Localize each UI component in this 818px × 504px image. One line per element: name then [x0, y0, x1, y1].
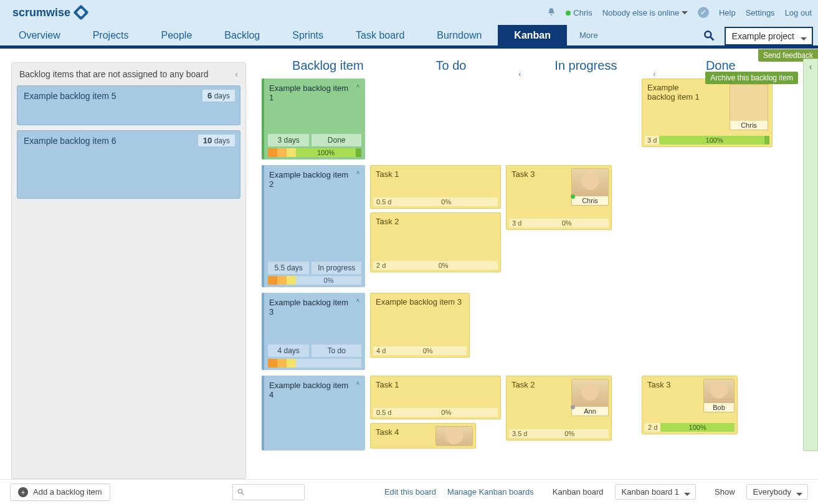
- collapse-row-icon[interactable]: ＾: [354, 169, 361, 178]
- expand-archive-panel[interactable]: ‹: [803, 59, 818, 451]
- assignee-avatar[interactable]: [435, 426, 473, 446]
- collapse-sidebar-icon[interactable]: ‹: [235, 69, 238, 79]
- unassigned-item[interactable]: Example backlog item 5 6 days: [17, 85, 240, 125]
- filter-search-input[interactable]: [232, 484, 305, 500]
- chevron-down-icon: [682, 11, 688, 17]
- current-user[interactable]: Chris: [566, 8, 592, 17]
- duration-badge: 2 d: [373, 261, 389, 270]
- tab-taskboard[interactable]: Task board: [340, 25, 421, 45]
- assignee-name: Chris: [572, 196, 608, 205]
- tab-burndown[interactable]: Burndown: [421, 25, 498, 45]
- sync-status-icon[interactable]: ✓: [698, 7, 709, 18]
- task-card[interactable]: Task 3 Chris 3 d0%: [506, 165, 612, 230]
- tab-sprints[interactable]: Sprints: [276, 25, 340, 45]
- presence-dot-icon: [571, 405, 575, 409]
- collapse-row-icon[interactable]: ＾: [354, 379, 361, 389]
- task-card[interactable]: Task 3 Bob 2 d 100%: [642, 376, 738, 434]
- done-item-title: Example backlog item 1: [647, 83, 701, 102]
- duration-badge: 3.5 d: [509, 429, 530, 438]
- task-title: Example backlog item 3: [376, 297, 464, 307]
- unassigned-item[interactable]: Example backlog item 6 10 days: [17, 130, 240, 199]
- show-filter-label: Show: [715, 487, 735, 497]
- column-header-todo[interactable]: To do‹: [384, 59, 518, 73]
- topbar-right: Chris Nobody else is online ✓ Help Setti…: [547, 7, 812, 18]
- tab-backlog[interactable]: Backlog: [208, 25, 276, 45]
- presence-dot-icon: [571, 194, 575, 199]
- backlog-item-title: Example backlog item 3: [269, 298, 360, 316]
- done-item-card[interactable]: Archive this backlog item Example backlo…: [642, 78, 773, 147]
- task-card[interactable]: Task 2 Ann 3.5 d0%: [506, 376, 612, 440]
- progress-bar: 0%: [268, 276, 361, 285]
- status-chip: To do: [312, 345, 361, 357]
- progress-bar: 100%: [659, 136, 769, 145]
- board-selector[interactable]: Kanban board 1: [615, 484, 697, 500]
- assignee-name: Chris: [730, 121, 768, 130]
- column-header-backlog: Backlog item: [272, 59, 384, 73]
- project-selector[interactable]: Example project: [725, 27, 813, 45]
- assignee-avatar[interactable]: Ann: [571, 379, 609, 416]
- backlog-item-card[interactable]: Example backlog item 4 ＾: [262, 376, 365, 450]
- progress-bar: [268, 359, 361, 368]
- progress-text: 0%: [389, 261, 498, 270]
- svg-point-2: [238, 489, 242, 493]
- duration-badge: 3 d: [645, 136, 659, 145]
- presence-dot-icon: [566, 11, 571, 16]
- task-card[interactable]: Task 1 0.5 d0%: [370, 165, 501, 209]
- kanban-board: Backlog item To do‹ In progress‹ Done‹ E…: [259, 51, 801, 479]
- status-chip: In progress: [312, 262, 361, 274]
- column-header-inprogress[interactable]: In progress‹: [518, 59, 653, 73]
- backlog-item-card[interactable]: Example backlog item 2 ＾ 5.5 days In pro…: [262, 165, 365, 287]
- brand-text: scrumwise: [12, 6, 70, 19]
- assignee-avatar[interactable]: Chris: [730, 84, 768, 130]
- task-card[interactable]: Example backlog item 3 4 d0%: [370, 293, 470, 358]
- notifications-icon[interactable]: [547, 7, 556, 18]
- archive-tooltip: Archive this backlog item: [705, 72, 798, 84]
- topbar: scrumwise Chris Nobody else is online ✓ …: [0, 0, 818, 25]
- unassigned-panel-title: Backlog items that are not assigned to a…: [19, 69, 209, 79]
- assignee-avatar[interactable]: Chris: [571, 168, 609, 206]
- task-card[interactable]: Task 4: [370, 423, 476, 449]
- duration-badge: 3 d: [509, 219, 525, 227]
- estimate-chip: 4 days: [268, 345, 309, 357]
- task-card[interactable]: Task 1 0.5 d0%: [370, 376, 501, 419]
- task-card[interactable]: Task 2 2 d0%: [370, 212, 501, 272]
- help-link[interactable]: Help: [719, 8, 736, 17]
- bottom-toolbar: ＋ Add a backlog item Edit this board Man…: [0, 479, 818, 504]
- main-nav: Overview Projects People Backlog Sprints…: [0, 25, 818, 49]
- progress-text: 0%: [394, 197, 498, 206]
- add-backlog-item-button[interactable]: ＋ Add a backlog item: [10, 483, 110, 501]
- logout-link[interactable]: Log out: [785, 8, 812, 17]
- chevron-down-icon: [801, 37, 807, 44]
- manage-boards-link[interactable]: Manage Kanban boards: [447, 487, 534, 497]
- online-status-dropdown[interactable]: Nobody else is online: [602, 8, 688, 17]
- edit-board-link[interactable]: Edit this board: [384, 487, 436, 497]
- collapse-row-icon[interactable]: ＾: [354, 297, 361, 306]
- backlog-item-card[interactable]: Example backlog item 3 ＾ 4 days To do: [262, 293, 365, 370]
- backlog-item-title: Example backlog item 1: [269, 83, 360, 102]
- svg-line-3: [242, 493, 244, 495]
- assignee-avatar[interactable]: Bob: [703, 379, 735, 412]
- show-filter-selector[interactable]: Everybody: [746, 484, 808, 500]
- column-header-done[interactable]: Done‹: [654, 59, 788, 73]
- tab-people[interactable]: People: [145, 25, 208, 45]
- tab-overview[interactable]: Overview: [2, 25, 77, 45]
- sidebar: Backlog items that are not assigned to a…: [0, 51, 246, 479]
- right-gutter: ‹: [801, 51, 818, 479]
- content-area: Backlog items that are not assigned to a…: [0, 51, 818, 479]
- assignee-name: Bob: [704, 403, 734, 412]
- search-button[interactable]: [697, 25, 721, 45]
- duration-badge: 0.5 d: [373, 197, 394, 206]
- progress-text: 0%: [389, 346, 467, 355]
- tab-more[interactable]: More: [567, 25, 611, 45]
- progress-bar: 100%: [268, 148, 361, 157]
- unassigned-panel-header: Backlog items that are not assigned to a…: [12, 63, 245, 85]
- collapse-row-icon[interactable]: ＾: [354, 82, 361, 92]
- brand-logo[interactable]: scrumwise: [6, 6, 93, 19]
- svg-line-1: [710, 37, 713, 40]
- backlog-item-card[interactable]: Example backlog item 1 ＾ 3 days Done 100…: [262, 78, 365, 159]
- task-title: Task 1: [376, 380, 495, 389]
- task-title: Task 1: [376, 169, 495, 179]
- tab-projects[interactable]: Projects: [77, 25, 145, 45]
- settings-link[interactable]: Settings: [746, 8, 775, 17]
- tab-kanban[interactable]: Kanban: [498, 25, 567, 45]
